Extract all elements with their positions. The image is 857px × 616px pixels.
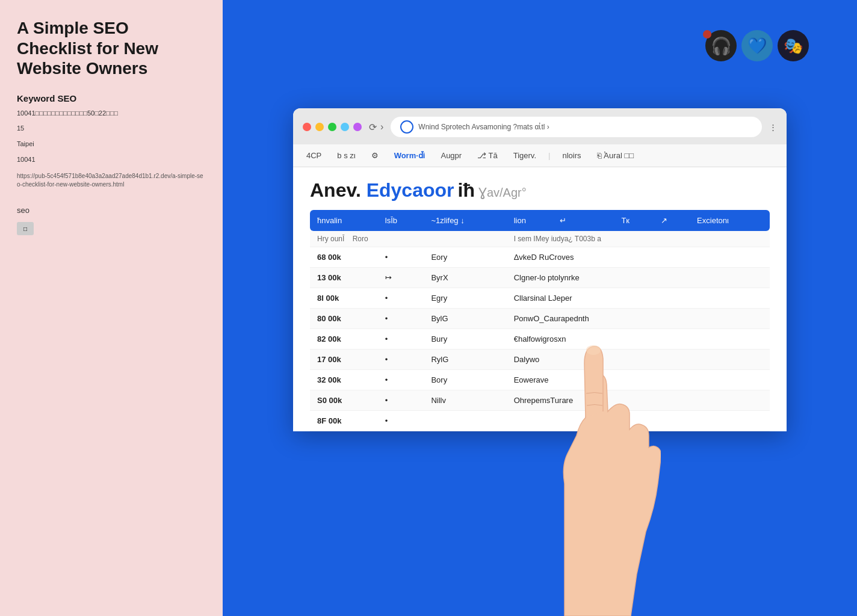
traffic-light-green[interactable] bbox=[328, 123, 336, 131]
red-dot bbox=[703, 30, 711, 38]
cell-4-2: BylG bbox=[424, 309, 506, 329]
sidebar-meta-line2: 15 bbox=[17, 123, 206, 134]
sidebar: A Simple SEO Checklist for New Website O… bbox=[0, 0, 223, 616]
table-row: 8F 00k • bbox=[310, 411, 770, 431]
table-row: 8l 00k • Egry Cllarsinal LJeper bbox=[310, 288, 770, 309]
sidebar-meta-line4: 10041 bbox=[17, 155, 206, 165]
arrow-4: • bbox=[378, 309, 424, 329]
table-row: 68 00k • Eory ΔvkeD RuCroves bbox=[310, 247, 770, 268]
cell-3-3: Cllarsinal LJeper bbox=[507, 288, 770, 309]
sidebar-meta-line1: 10041□□□□□□□□□□□□□50□22□□□ bbox=[17, 108, 206, 119]
col-header-8: ↗ bbox=[654, 210, 690, 231]
sidebar-title: A Simple SEO Checklist for New Website O… bbox=[17, 18, 206, 79]
vol-2: 13 00k bbox=[310, 268, 378, 288]
arrow-9: • bbox=[378, 411, 424, 431]
cell-4-3: PonwO_Caurapednth bbox=[507, 309, 770, 329]
col-header-3: ~1zlifeg ↓ bbox=[424, 210, 506, 231]
tab-item-fork[interactable]: ⎇ Tā bbox=[474, 149, 501, 162]
cell-9-2 bbox=[424, 411, 506, 431]
arrow-2: ↦ bbox=[378, 268, 424, 288]
col-header-6 bbox=[589, 210, 614, 231]
col-header-4: lion bbox=[507, 210, 553, 231]
tab-item-tigerv[interactable]: Tigerv. bbox=[510, 149, 540, 162]
traffic-light-yellow[interactable] bbox=[315, 123, 324, 131]
sidebar-url[interactable]: https://pub-5c454f571b8e40a3a2aad27ade84… bbox=[17, 172, 206, 189]
icon-circle-2: 💙 bbox=[741, 30, 773, 61]
col-header-2: lsĪb bbox=[378, 210, 424, 231]
heading-part1: Anev. Edycaoor bbox=[310, 179, 454, 202]
sidebar-meta-line3: Taipei bbox=[17, 139, 206, 150]
tab-item-augpr[interactable]: Augpr bbox=[437, 149, 465, 162]
cell-6-2: RylG bbox=[424, 350, 506, 370]
table-row: S0 00k • Nillv OhrepemsTurare bbox=[310, 390, 770, 411]
traffic-light-purple bbox=[353, 123, 362, 131]
vol-6: 17 00k bbox=[310, 350, 378, 370]
data-table: ħnvalin lsĪb ~1zlifeg ↓ lion ↵ Tк ↗ Exci… bbox=[310, 210, 770, 431]
vol-1: 68 00k bbox=[310, 247, 378, 268]
forward-icon[interactable]: › bbox=[380, 122, 383, 132]
cell-2-3: Clgner-lo ptolynrke bbox=[507, 268, 770, 288]
back-icon[interactable]: ⟳ bbox=[369, 122, 377, 133]
content-heading: Anev. Edycaoor iħ Ɣav/Agr° bbox=[310, 179, 770, 202]
cell-9-3 bbox=[507, 411, 770, 431]
tab-item-aural[interactable]: ⎗ Ἀural □□ bbox=[593, 149, 638, 162]
arrow-5: • bbox=[378, 329, 424, 350]
icon-circle-3: 🎭 bbox=[778, 30, 809, 61]
table-row: 32 00k • Bory Eowerave bbox=[310, 370, 770, 390]
traffic-lights bbox=[303, 123, 362, 131]
cell-7-2: Bory bbox=[424, 370, 506, 390]
traffic-light-red[interactable] bbox=[303, 123, 311, 131]
browser-chrome: ⟳ › Wnind Sprotech Avsamoning ?mats αἰtl… bbox=[293, 108, 787, 144]
tab-item-3[interactable]: ⚙ bbox=[368, 149, 382, 162]
arrow-8: • bbox=[378, 390, 424, 411]
cell-8-2: Nillv bbox=[424, 390, 506, 411]
cell-5-3: €halfowigrosxn bbox=[507, 329, 770, 350]
nav-buttons: ⟳ › bbox=[369, 122, 383, 133]
arrow-1: • bbox=[378, 247, 424, 268]
arrow-6: • bbox=[378, 350, 424, 370]
heading-blue: Edycaoor bbox=[367, 179, 454, 201]
cell-6-3: Dalywo bbox=[507, 350, 770, 370]
cell-8-3: OhrepemsTurare bbox=[507, 390, 770, 411]
arrow-7: • bbox=[378, 370, 424, 390]
address-bar[interactable]: Wnind Sprotech Avsamoning ?mats αἰtl › bbox=[391, 117, 762, 137]
address-text: Wnind Sprotech Avsamoning ?mats αἰtl › bbox=[418, 123, 752, 131]
sidebar-tag: seo bbox=[17, 206, 206, 215]
top-icons: 🎧 💙 🎭 bbox=[705, 30, 809, 61]
browser-tabs: 4CP b s zι ⚙ Worm·d̈i Augpr ⎇ Tā Tigerv.… bbox=[293, 144, 787, 167]
browser-content: Anev. Edycaoor iħ Ɣav/Agr° ħnvalin lsĪb … bbox=[293, 167, 787, 431]
cell-1-2: Eory bbox=[424, 247, 506, 268]
col-header-5: ↵ bbox=[552, 210, 589, 231]
vol-7: 32 00k bbox=[310, 370, 378, 390]
main-content: 🎧 💙 🎭 ⟳ › Wnind Sprotech Avsamoning ?mat… bbox=[223, 0, 857, 616]
vol-5: 82 00k bbox=[310, 329, 378, 350]
vol-9: 8F 00k bbox=[310, 411, 378, 431]
table-row: 82 00k • Bury €halfowigrosxn bbox=[310, 329, 770, 350]
tab-item-nloirs[interactable]: nloirs bbox=[558, 149, 584, 162]
table-row: 17 00k • RylG Dalywo bbox=[310, 350, 770, 370]
heading-part3: Ɣav/Agr° bbox=[478, 185, 527, 200]
col-header-1: ħnvalin bbox=[310, 210, 378, 231]
extension-icon-1[interactable]: ⋮ bbox=[769, 123, 777, 132]
sidebar-subtitle: Keyword SEO bbox=[17, 93, 206, 103]
col-header-7: Tк bbox=[614, 210, 653, 231]
sub-header-right: I sem IMey iudya¿ T003b a bbox=[507, 231, 770, 247]
traffic-light-blue bbox=[341, 123, 349, 131]
sub-header-left: Hry ounĪ Roro bbox=[310, 231, 507, 247]
tab-item-1[interactable]: 4CP bbox=[303, 149, 325, 162]
arrow-3: • bbox=[378, 288, 424, 309]
heading-part2: iħ bbox=[457, 179, 474, 202]
vol-3: 8l 00k bbox=[310, 288, 378, 309]
sidebar-icon: □ bbox=[17, 222, 34, 235]
table-row: 80 00k • BylG PonwO_Caurapednth bbox=[310, 309, 770, 329]
browser-window: ⟳ › Wnind Sprotech Avsamoning ?mats αἰtl… bbox=[293, 108, 787, 431]
browser-toolbar-icons: ⋮ bbox=[769, 123, 777, 132]
tab-item-worm[interactable]: Worm·d̈i bbox=[391, 149, 429, 162]
col-header-9: Excietonι bbox=[690, 210, 770, 231]
cell-2-2: ByrX bbox=[424, 268, 506, 288]
cell-1-3: ΔvkeD RuCroves bbox=[507, 247, 770, 268]
cell-3-2: Egry bbox=[424, 288, 506, 309]
tab-item-2[interactable]: b s zι bbox=[333, 149, 359, 162]
cell-5-2: Bury bbox=[424, 329, 506, 350]
address-circle-icon bbox=[400, 120, 413, 134]
